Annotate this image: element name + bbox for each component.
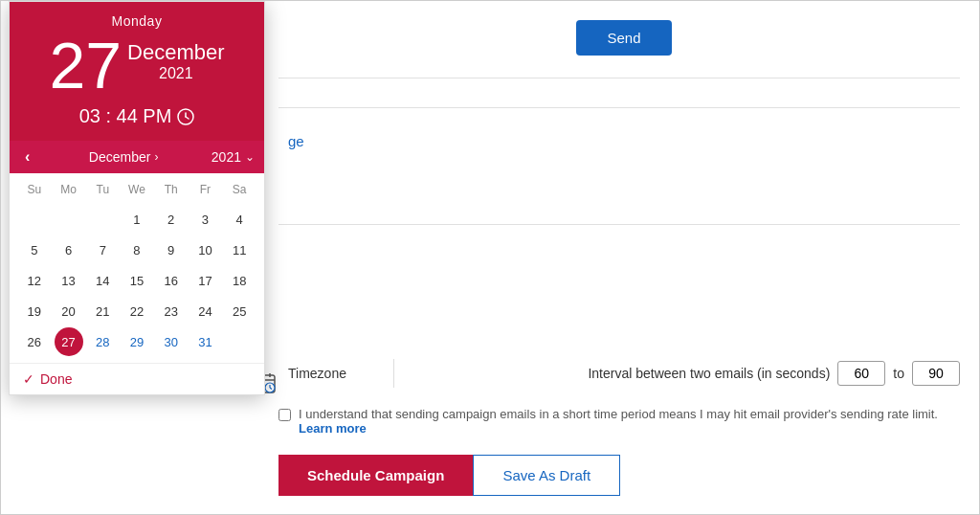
weekday-su: Su xyxy=(17,179,52,200)
table-row[interactable]: 1 xyxy=(122,205,151,234)
table-row[interactable]: 2 xyxy=(157,205,186,234)
interval-from-input[interactable] xyxy=(837,361,885,386)
table-row[interactable]: 7 xyxy=(88,235,117,264)
schedule-campaign-button[interactable]: Schedule Campaign xyxy=(278,455,473,496)
table-row[interactable]: 23 xyxy=(157,297,186,325)
weekday-th: Th xyxy=(154,179,189,200)
bottom-buttons: Schedule Campaign Save As Draft xyxy=(278,455,960,496)
table-row[interactable]: 30 xyxy=(157,327,186,356)
table-row xyxy=(20,205,49,234)
table-row[interactable]: 17 xyxy=(190,266,219,295)
prev-month-button[interactable]: ‹ xyxy=(19,146,35,168)
table-row[interactable]: 3 xyxy=(190,205,219,234)
table-row[interactable]: 22 xyxy=(122,297,151,325)
content-label: ge xyxy=(288,125,960,157)
table-row[interactable]: 19 xyxy=(20,297,49,325)
calendar-picker: Monday 27 December 2021 03 : 44 PM ‹ xyxy=(9,1,265,395)
weekday-fr: Fr xyxy=(189,179,223,200)
cal-year: 2021 xyxy=(127,65,224,82)
table-row[interactable]: 16 xyxy=(157,266,186,295)
understanding-text: I understand that sending campaign email… xyxy=(299,407,941,436)
table-row[interactable]: 9 xyxy=(157,235,186,264)
divider-1 xyxy=(278,78,960,78)
understanding-row: I understand that sending campaign email… xyxy=(278,407,960,436)
cal-date-row: 27 December 2021 xyxy=(19,33,255,98)
weekday-we: We xyxy=(120,179,154,200)
table-row xyxy=(55,205,83,234)
table-row[interactable]: 5 xyxy=(20,235,49,264)
table-row[interactable]: 18 xyxy=(225,266,254,295)
interval-label: Interval between two emails (in seconds) xyxy=(588,366,830,381)
table-row[interactable]: 25 xyxy=(225,297,254,325)
svg-line-2 xyxy=(186,117,189,119)
table-row[interactable]: 20 xyxy=(55,297,83,325)
done-check-icon: ✓ xyxy=(23,371,34,387)
table-row[interactable]: 15 xyxy=(122,266,151,295)
content-area: ge xyxy=(288,116,960,167)
table-row[interactable]: 6 xyxy=(55,235,83,264)
table-row[interactable]: 28 xyxy=(88,327,117,356)
cal-time: 03 : 44 PM xyxy=(19,105,255,127)
cal-weekdays: Su Mo Tu We Th Fr Sa xyxy=(17,179,256,200)
table-row xyxy=(225,327,254,356)
interval-to-input[interactable] xyxy=(912,361,960,386)
cal-header: Monday 27 December 2021 03 : 44 PM xyxy=(10,2,264,141)
main-container: Send ge Timezone Interval between two em… xyxy=(0,0,980,515)
cal-month-year: December 2021 xyxy=(127,33,224,82)
timezone-row: Timezone Interval between two emails (in… xyxy=(288,359,960,388)
cal-days: 1234567891011121314151617181920212223242… xyxy=(17,204,256,357)
cal-day-name: Monday xyxy=(19,13,255,29)
table-row[interactable]: 11 xyxy=(225,235,254,264)
cal-nav: ‹ December › 2021 ⌄ xyxy=(10,141,264,173)
cal-nav-year: 2021 ⌄ xyxy=(212,149,255,165)
cal-month: December xyxy=(127,40,224,65)
table-row[interactable]: 8 xyxy=(122,235,151,264)
table-row[interactable]: 21 xyxy=(88,297,117,325)
cal-date-number: 27 xyxy=(49,33,122,98)
table-row[interactable]: 27 xyxy=(55,327,83,356)
month-chevron-icon[interactable]: › xyxy=(154,150,158,164)
clock-icon xyxy=(177,108,194,125)
table-row xyxy=(88,205,117,234)
timezone-label: Timezone xyxy=(288,366,365,381)
table-row[interactable]: 12 xyxy=(20,266,49,295)
table-row[interactable]: 29 xyxy=(122,327,151,356)
table-row[interactable]: 10 xyxy=(190,235,219,264)
table-row[interactable]: 13 xyxy=(55,266,83,295)
year-chevron-icon[interactable]: ⌄ xyxy=(245,150,255,164)
cal-nav-month: December › xyxy=(89,149,159,165)
table-row[interactable]: 24 xyxy=(190,297,219,325)
weekday-mo: Mo xyxy=(52,179,86,200)
save-draft-button[interactable]: Save As Draft xyxy=(473,455,620,496)
send-button[interactable]: Send xyxy=(576,20,671,56)
divider-2 xyxy=(278,107,960,108)
divider-3 xyxy=(278,224,960,225)
to-label: to xyxy=(893,366,904,381)
done-button[interactable]: Done xyxy=(40,371,72,387)
table-row[interactable]: 14 xyxy=(88,266,117,295)
table-row[interactable]: 31 xyxy=(190,327,219,356)
understanding-checkbox[interactable] xyxy=(278,409,291,421)
weekday-tu: Tu xyxy=(85,179,120,200)
cal-grid: Su Mo Tu We Th Fr Sa 1234567891011121314… xyxy=(10,173,264,363)
weekday-sa: Sa xyxy=(222,179,256,200)
learn-more-link[interactable]: Learn more xyxy=(299,421,367,436)
table-row[interactable]: 4 xyxy=(225,205,254,234)
table-row[interactable]: 26 xyxy=(20,327,49,356)
interval-section: Interval between two emails (in seconds)… xyxy=(588,361,960,386)
cal-done-row: ✓ Done xyxy=(10,363,264,394)
